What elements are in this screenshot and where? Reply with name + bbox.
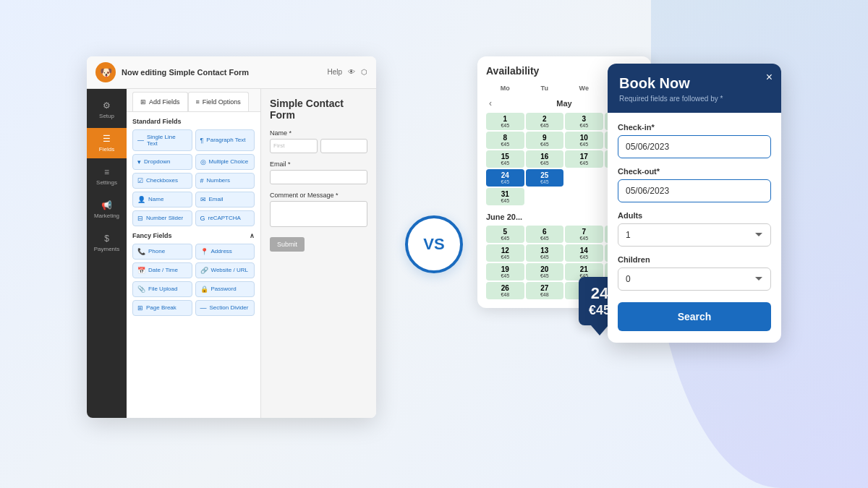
marketing-icon: 📢 <box>101 200 112 210</box>
fancy-fields-collapse-icon[interactable]: ∧ <box>250 232 255 239</box>
field-email[interactable]: ✉ Email <box>195 192 255 207</box>
payments-icon: $ <box>104 234 109 244</box>
cal-cell-may-15[interactable]: 15€45 <box>486 150 524 168</box>
vs-circle: VS <box>405 215 463 273</box>
help-link[interactable]: Help <box>327 68 342 76</box>
cal-cell-jun-27[interactable]: 27€48 <box>526 282 564 299</box>
field-recaptcha[interactable]: G reCAPTCHA <box>195 210 255 226</box>
cal-cell-jun-19[interactable]: 19€45 <box>486 263 524 281</box>
cal-prev-button[interactable]: ‹ <box>486 98 495 108</box>
field-section-divider[interactable]: — Section Divider <box>195 300 255 316</box>
cal-cell-jun-26[interactable]: 26€48 <box>486 282 524 299</box>
form-comment-input[interactable] <box>270 201 367 227</box>
fields-area: Standard Fields — Single Line Text ¶ Par… <box>127 112 260 418</box>
datetime-icon: 📅 <box>137 267 145 274</box>
multiple-choice-icon: ◎ <box>200 158 206 166</box>
form-name-first-input[interactable]: First <box>270 139 318 153</box>
upload-icon: 📎 <box>137 286 145 293</box>
form-preview-title: Simple Contact Form <box>270 98 367 121</box>
field-phone[interactable]: 📞 Phone <box>132 244 192 260</box>
field-file-upload[interactable]: 📎 File Upload <box>132 281 192 297</box>
field-website-url[interactable]: 🔗 Website / URL <box>195 262 255 278</box>
embed-icon[interactable]: ⬡ <box>361 68 367 76</box>
field-date-time[interactable]: 📅 Date / Time <box>132 262 192 278</box>
june-label: June 20... <box>486 213 522 221</box>
sidebar-item-settings[interactable]: ≡ Settings <box>87 161 127 192</box>
cal-cell-empty-4 <box>565 188 603 205</box>
wpforms-body: ⚙ Setup ☰ Fields ≡ Settings 📢 Marketing <box>87 89 376 418</box>
field-password[interactable]: 🔒 Password <box>195 281 255 297</box>
checkin-label: Check-in* <box>618 123 771 132</box>
sidebar-item-setup[interactable]: ⚙ Setup <box>87 95 127 125</box>
sidebar-item-payments[interactable]: $ Payments <box>87 228 127 258</box>
phone-icon: 📞 <box>137 248 145 255</box>
standard-fields-grid: — Single Line Text ¶ Paragraph Text ▾ Dr… <box>132 129 255 226</box>
field-multiple-choice[interactable]: ◎ Multiple Choice <box>195 154 255 170</box>
cal-cell-may-8[interactable]: 8€45 <box>486 132 524 149</box>
checkin-input[interactable] <box>618 135 771 158</box>
search-button[interactable]: Search <box>618 302 771 331</box>
checkin-group: Check-in* <box>618 123 771 158</box>
form-email-input[interactable] <box>270 170 367 184</box>
cal-cell-may-1[interactable]: 1€45 <box>486 113 524 130</box>
field-checkboxes[interactable]: ☑ Checkboxes <box>132 173 192 189</box>
numbers-icon: # <box>200 177 204 184</box>
field-name[interactable]: 👤 Name <box>132 192 192 207</box>
recaptcha-icon: G <box>200 215 205 222</box>
tooltip-arrow <box>591 325 608 335</box>
form-name-inputs: First <box>270 139 367 153</box>
fancy-fields-grid: 📞 Phone 📍 Address 📅 Date / Time <box>132 244 255 316</box>
cal-cell-jun-12[interactable]: 12€45 <box>486 244 524 262</box>
pagebreak-icon: ⊞ <box>137 304 143 312</box>
book-now-header: Book Now Required fields are followed by… <box>608 64 781 113</box>
wpforms-main: ⊞ Add Fields ≡ Field Options Standard Fi… <box>127 89 260 418</box>
cal-cell-may-16[interactable]: 16€45 <box>526 150 564 168</box>
field-dropdown[interactable]: ▾ Dropdown <box>132 154 192 170</box>
cal-cell-may-3[interactable]: 3€45 <box>565 113 603 130</box>
may-label: May <box>556 99 571 108</box>
cal-cell-may-31[interactable]: 31€45 <box>486 188 524 205</box>
cal-cell-jun-14[interactable]: 14€45 <box>565 244 603 262</box>
cal-cell-jun-20[interactable]: 20€45 <box>526 263 564 281</box>
form-preview: Simple Contact Form Name * First Email * <box>260 89 376 418</box>
cal-cell-jun-6[interactable]: 6€45 <box>526 226 564 243</box>
cal-cell-empty-1 <box>565 169 603 187</box>
form-submit-button[interactable]: Submit <box>270 237 305 252</box>
field-address[interactable]: 📍 Address <box>195 244 255 260</box>
tab-field-options[interactable]: ≡ Field Options <box>188 92 249 111</box>
cal-cell-jun-5[interactable]: 5€45 <box>486 226 524 243</box>
field-number-slider[interactable]: ⊟ Number Slider <box>132 210 192 226</box>
sidebar-item-marketing[interactable]: 📢 Marketing <box>87 194 127 225</box>
wpforms-header-text: Now editing Simple Contact Form <box>122 68 249 77</box>
form-email-label: Email * <box>270 160 367 168</box>
cal-cell-may-25[interactable]: 25€45 <box>526 169 564 187</box>
form-name-group: Name * First <box>270 129 367 153</box>
book-now-title: Book Now <box>619 75 770 92</box>
field-options-icon: ≡ <box>196 98 200 106</box>
email-icon: ✉ <box>200 196 206 203</box>
field-numbers[interactable]: # Numbers <box>195 173 255 189</box>
cal-day-tu: Tu <box>526 82 564 94</box>
adults-label: Adults <box>618 211 771 220</box>
children-select[interactable]: 0 1 2 3 <box>618 267 771 291</box>
cal-cell-may-17[interactable]: 17€45 <box>565 150 603 168</box>
book-now-subtitle: Required fields are followed by * <box>619 95 770 103</box>
cal-cell-may-24[interactable]: 24€45 <box>486 169 524 187</box>
cal-cell-jun-13[interactable]: 13€45 <box>526 244 564 262</box>
cal-cell-may-9[interactable]: 9€45 <box>526 132 564 149</box>
preview-icon[interactable]: 👁 <box>348 68 355 76</box>
cal-cell-may-2[interactable]: 2€45 <box>526 113 564 130</box>
book-now-close-button[interactable]: × <box>766 71 773 84</box>
checkout-input[interactable] <box>618 179 771 202</box>
field-single-line-text[interactable]: — Single Line Text <box>132 129 192 151</box>
book-now-body: Check-in* Check-out* Adults 1 2 3 4 5 <box>608 113 781 343</box>
field-paragraph-text[interactable]: ¶ Paragraph Text <box>195 129 255 151</box>
cal-cell-jun-7[interactable]: 7€45 <box>565 226 603 243</box>
fancy-fields-title: Fancy Fields ∧ <box>132 232 255 239</box>
tab-add-fields[interactable]: ⊞ Add Fields <box>132 92 188 111</box>
adults-select[interactable]: 1 2 3 4 5 <box>618 223 771 247</box>
cal-cell-may-10[interactable]: 10€45 <box>565 132 603 149</box>
field-page-break[interactable]: ⊞ Page Break <box>132 300 192 316</box>
sidebar-item-fields[interactable]: ☰ Fields <box>87 128 127 158</box>
form-name-last-input[interactable] <box>320 139 368 153</box>
